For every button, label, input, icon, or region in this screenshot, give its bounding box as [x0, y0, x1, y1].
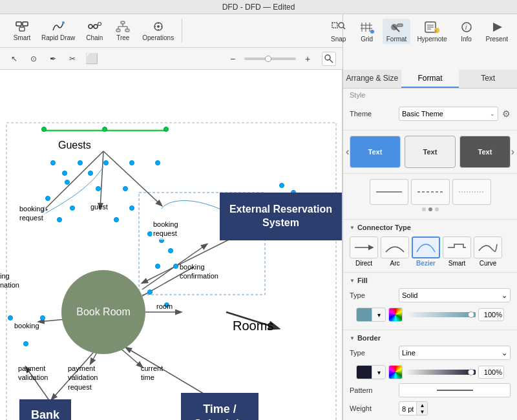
hypernote-button[interactable]: ! Hypernote: [413, 19, 450, 44]
fill-header[interactable]: ▼ Fill: [343, 273, 517, 287]
zoom-search-button[interactable]: [322, 52, 336, 66]
zoom-out-button[interactable]: −: [224, 50, 242, 67]
fill-color-swatch-group[interactable]: ▾: [356, 308, 386, 322]
selection-handle[interactable]: [147, 289, 153, 295]
connector-bezier[interactable]: Bezier: [412, 236, 440, 267]
chain-button[interactable]: Chain: [81, 19, 107, 43]
border-header[interactable]: ▼ Border: [343, 330, 517, 344]
theme-select[interactable]: Basic Theme ⌄: [399, 107, 498, 121]
scissors-tool[interactable]: ✂: [63, 50, 81, 67]
selection-handle[interactable]: [164, 127, 169, 132]
selection-handle[interactable]: [40, 315, 45, 320]
booking-confirmation-label: bookingconfirmation: [180, 262, 218, 281]
zoom-in-button[interactable]: +: [299, 50, 317, 67]
selection-handle[interactable]: [62, 171, 67, 176]
theme-next-button[interactable]: ›: [511, 146, 514, 158]
border-pattern-select[interactable]: [399, 383, 511, 397]
selection-handle[interactable]: [96, 186, 101, 191]
pen-tool[interactable]: ✒: [44, 50, 62, 67]
smart-button[interactable]: Smart: [9, 19, 35, 43]
line-preview-dashed[interactable]: [411, 179, 450, 205]
border-weight-up[interactable]: ▲: [417, 402, 427, 408]
rooms-node[interactable]: Rooms: [233, 319, 273, 333]
selection-handle[interactable]: [168, 248, 173, 253]
theme-preview-light[interactable]: Text: [405, 136, 456, 168]
selection-handle[interactable]: [129, 160, 134, 165]
present-button[interactable]: Present: [482, 19, 512, 44]
selection-handle[interactable]: [114, 217, 119, 222]
snap-button[interactable]: Snap: [326, 19, 352, 44]
grid-button[interactable]: Grid: [354, 19, 380, 44]
selection-handle[interactable]: [70, 205, 75, 211]
info-button[interactable]: i Info: [454, 19, 480, 44]
border-type-row: Type Line ⌄: [350, 346, 511, 360]
selection-handle[interactable]: [8, 315, 13, 320]
tab-text[interactable]: Text: [459, 70, 517, 88]
selection-handle[interactable]: [78, 160, 83, 165]
border-weight-input[interactable]: 8 pt ▲ ▼: [399, 401, 428, 415]
rapid-draw-button[interactable]: Rapid Draw: [37, 19, 79, 43]
selection-handle[interactable]: [123, 186, 128, 191]
selection-handle[interactable]: [173, 264, 178, 269]
selection-handle[interactable]: [57, 217, 62, 222]
border-color-arrow[interactable]: ▾: [372, 366, 385, 379]
connector-type-header[interactable]: ▼ Connector Type: [343, 220, 517, 234]
fill-type-select[interactable]: Solid ⌄: [399, 288, 511, 302]
stamp-tool[interactable]: ⬜: [83, 50, 101, 67]
border-type-select[interactable]: Line ⌄: [399, 346, 511, 360]
svg-rect-11: [116, 29, 120, 32]
selection-handle[interactable]: [65, 180, 70, 185]
connector-direct[interactable]: Direct: [350, 236, 378, 267]
selection-handle[interactable]: [102, 127, 107, 132]
guests-node[interactable]: Guests: [58, 140, 91, 151]
selection-handle[interactable]: [88, 171, 93, 176]
selection-handle[interactable]: [50, 160, 56, 165]
lasso-tool[interactable]: ⊙: [25, 50, 43, 67]
tree-button[interactable]: Tree: [110, 19, 136, 43]
tab-arrange[interactable]: Arrange & Size: [343, 70, 401, 88]
theme-prev-button[interactable]: ‹: [346, 146, 349, 158]
theme-gear-icon[interactable]: ⚙: [502, 109, 511, 119]
connector-arc[interactable]: Arc: [381, 236, 409, 267]
time-schedule-node[interactable]: Time /Schedule: [181, 393, 258, 420]
border-weight-down[interactable]: ▼: [417, 408, 427, 415]
pointer-tool[interactable]: ↖: [5, 50, 23, 67]
fill-color-swatch[interactable]: [357, 308, 372, 321]
border-color-wheel[interactable]: [388, 365, 403, 379]
selection-handle[interactable]: [45, 196, 50, 201]
fill-opacity-value[interactable]: 100%: [478, 308, 504, 321]
selection-handle[interactable]: [23, 341, 28, 346]
theme-preview-dark[interactable]: Text: [459, 136, 511, 168]
theme-section: Theme Basic Theme ⌄ ⚙: [343, 101, 517, 131]
selection-handle[interactable]: [129, 205, 134, 211]
line-preview-solid[interactable]: [370, 179, 408, 205]
border-opacity-thumb[interactable]: [468, 369, 474, 375]
selection-handle[interactable]: [103, 160, 109, 165]
fill-color-arrow[interactable]: ▾: [372, 308, 385, 321]
line-preview-dotted[interactable]: [452, 179, 491, 205]
book-room-node[interactable]: Book Room: [61, 270, 145, 354]
fill-opacity-slider[interactable]: [405, 312, 476, 317]
fill-color-wheel[interactable]: [388, 308, 403, 322]
connector-curve[interactable]: Curve: [474, 236, 502, 267]
tab-format[interactable]: Format: [401, 70, 459, 88]
ext-reservation-node[interactable]: External Reservation System: [220, 193, 342, 240]
selection-handle[interactable]: [279, 183, 284, 188]
selection-handle[interactable]: [155, 264, 160, 269]
fill-opacity-thumb[interactable]: [468, 311, 474, 318]
selection-handle[interactable]: [41, 127, 47, 132]
bank-node[interactable]: Bank: [19, 399, 71, 420]
selection-handle[interactable]: [155, 160, 160, 165]
format-button[interactable]: Format: [383, 19, 411, 44]
zoom-slider[interactable]: [244, 58, 296, 60]
zoom-thumb[interactable]: [265, 56, 271, 62]
border-color-swatch[interactable]: [357, 366, 372, 379]
main-content: Guests Book Room External Reservation Sy…: [0, 70, 517, 420]
canvas[interactable]: Guests Book Room External Reservation Sy…: [0, 70, 343, 420]
border-opacity-value[interactable]: 100%: [478, 366, 504, 379]
connector-smart[interactable]: Smart: [443, 236, 471, 267]
border-color-swatch-group[interactable]: ▾: [356, 365, 386, 379]
border-opacity-slider[interactable]: [405, 370, 476, 375]
operations-button[interactable]: Operations: [138, 19, 178, 43]
theme-preview-blue[interactable]: Text: [350, 136, 401, 168]
